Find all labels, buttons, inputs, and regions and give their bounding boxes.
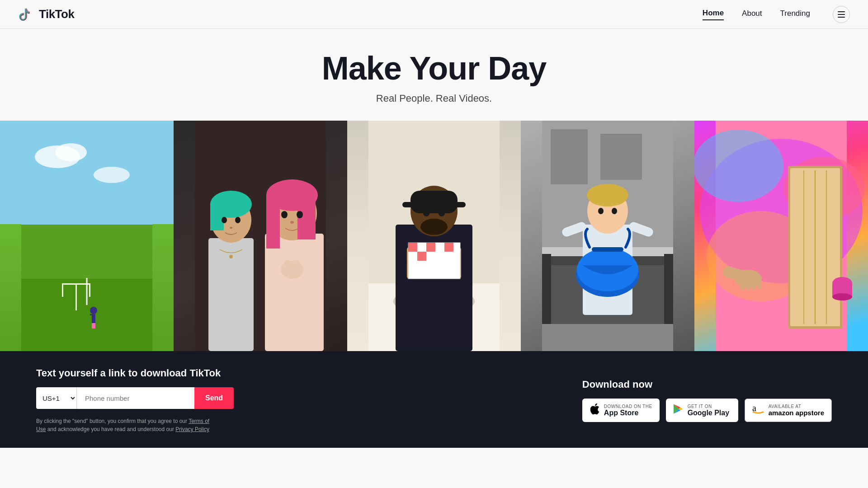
phone-input[interactable] [77, 387, 194, 409]
svg-point-79 [587, 184, 628, 206]
svg-rect-103 [752, 274, 756, 290]
svg-rect-12 [90, 314, 94, 315]
tiktok-logo-icon [18, 6, 34, 23]
svg-rect-6 [75, 283, 77, 310]
svg-rect-76 [542, 324, 673, 351]
svg-point-52 [423, 210, 429, 216]
video-cell-4[interactable] [521, 121, 694, 351]
svg-rect-61 [426, 243, 435, 252]
svg-rect-5 [21, 279, 152, 351]
video-thumbnail-3 [347, 121, 521, 351]
nav-links: Home About Trending [703, 6, 850, 23]
svg-point-2 [55, 143, 87, 161]
svg-rect-28 [266, 194, 280, 249]
svg-point-32 [290, 221, 294, 224]
svg-rect-86 [592, 247, 623, 252]
video-thumbnail-5 [694, 121, 868, 351]
svg-point-53 [439, 210, 445, 216]
video-cell-1[interactable] [0, 121, 174, 351]
video-grid [0, 121, 868, 351]
video-cell-2[interactable] [174, 121, 347, 351]
svg-rect-66 [417, 252, 426, 261]
video-cell-3[interactable] [347, 121, 521, 351]
svg-point-30 [281, 211, 288, 218]
svg-point-81 [612, 208, 617, 214]
svg-rect-0 [21, 121, 152, 225]
footer: Text yourself a link to download TikTok … [0, 351, 868, 448]
svg-rect-7 [62, 283, 90, 285]
svg-point-31 [297, 211, 303, 218]
amazon-badge[interactable]: a available at amazon appstore [745, 399, 832, 422]
nav-about[interactable]: About [742, 9, 762, 20]
svg-point-99 [832, 293, 852, 300]
svg-rect-60 [417, 243, 426, 252]
svg-point-3 [94, 167, 130, 183]
app-store-text: Download on the App Store [604, 404, 652, 417]
svg-rect-8 [62, 283, 63, 297]
footer-form: US+1 UK+44 CA+1 Send [36, 387, 234, 409]
google-play-icon [673, 404, 683, 417]
google-play-badge[interactable]: GET IT ON Google Play [666, 399, 738, 422]
download-title: Download now [582, 379, 652, 390]
footer-disclaimer: By clicking the "send" button, you confi… [36, 417, 217, 433]
hamburger-menu-button[interactable] [833, 6, 850, 23]
app-store-badge[interactable]: Download on the App Store [582, 399, 660, 422]
svg-rect-20 [210, 203, 224, 230]
footer-download-cta: Text yourself a link to download TikTok … [36, 367, 234, 433]
hamburger-icon [838, 11, 845, 18]
send-button[interactable]: Send [194, 387, 234, 409]
logo[interactable]: TikTok [18, 6, 74, 23]
nav-trending[interactable]: Trending [780, 9, 810, 20]
svg-rect-13 [92, 323, 94, 328]
svg-rect-59 [408, 243, 417, 252]
svg-rect-64 [453, 243, 460, 252]
country-select[interactable]: US+1 UK+44 CA+1 [36, 387, 77, 409]
video-thumbnail-4 [521, 121, 694, 351]
svg-point-34 [284, 260, 291, 269]
amazon-icon: a [752, 404, 764, 417]
svg-rect-65 [408, 252, 417, 261]
footer-cta-title: Text yourself a link to download TikTok [36, 367, 221, 379]
video-thumbnail-1 [0, 121, 174, 351]
video-cell-5[interactable] [694, 121, 868, 351]
svg-point-54 [420, 219, 448, 235]
svg-rect-63 [444, 243, 453, 252]
svg-point-22 [235, 217, 241, 223]
hero-title: Make Your Day [0, 51, 868, 86]
video-thumbnail-2 [174, 121, 347, 351]
svg-rect-9 [89, 283, 90, 297]
svg-point-10 [90, 307, 97, 314]
svg-point-23 [230, 227, 232, 229]
svg-rect-104 [757, 276, 761, 289]
svg-rect-62 [435, 243, 444, 252]
svg-point-24 [229, 255, 233, 258]
svg-rect-70 [551, 130, 587, 184]
svg-point-80 [598, 208, 604, 214]
svg-rect-14 [94, 323, 95, 328]
footer-store-badges: Download now Download on the App Store [582, 379, 832, 422]
google-play-text: GET IT ON Google Play [688, 404, 729, 417]
svg-rect-71 [601, 134, 642, 179]
store-badges-group: Download on the App Store GET IT ON Go [582, 399, 832, 422]
svg-rect-25 [265, 234, 324, 351]
svg-point-89 [694, 130, 783, 202]
svg-rect-51 [402, 202, 466, 207]
amazon-store-text: available at amazon appstore [769, 404, 824, 417]
svg-point-35 [293, 260, 300, 269]
navbar: TikTok Home About Trending [0, 0, 868, 29]
svg-point-21 [222, 217, 227, 223]
privacy-link[interactable]: Privacy Policy [175, 426, 209, 432]
hero-section: Make Your Day Real People. Real Videos. [0, 29, 868, 121]
apple-icon [590, 403, 599, 418]
logo-text: TikTok [39, 7, 74, 21]
hero-subtitle: Real People. Real Videos. [0, 93, 868, 104]
nav-home[interactable]: Home [703, 9, 724, 20]
